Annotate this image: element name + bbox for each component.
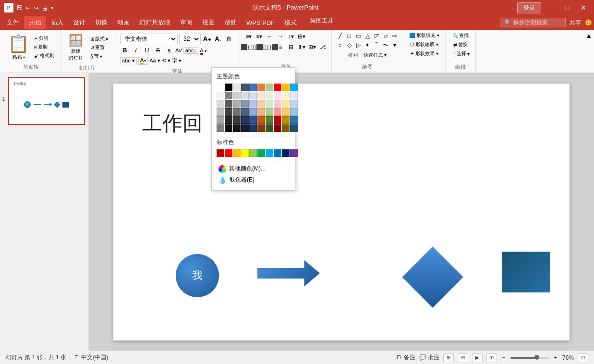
theme-color-cell[interactable] xyxy=(290,92,298,99)
text-direction-button[interactable]: ⬆▾ xyxy=(297,42,306,52)
standard-color-cell[interactable] xyxy=(282,149,290,157)
theme-color-cell[interactable] xyxy=(257,84,265,91)
font-highlight-button[interactable]: abc ▾ xyxy=(120,57,137,64)
theme-color-cell[interactable] xyxy=(249,116,257,124)
slide-canvas[interactable]: 工作回 我 xyxy=(113,84,570,340)
theme-color-cell[interactable] xyxy=(241,124,249,132)
zoom-handle[interactable] xyxy=(534,355,539,360)
theme-color-cell[interactable] xyxy=(225,108,232,116)
standard-color-cell[interactable] xyxy=(225,149,232,157)
theme-color-cell[interactable] xyxy=(225,100,232,108)
reset-button[interactable]: ↺ 重置 xyxy=(88,44,110,51)
new-slide-button[interactable]: 🪟 新建 幻灯片 xyxy=(64,32,87,63)
standard-color-cell[interactable] xyxy=(266,149,273,157)
more-colors-option[interactable]: 其他颜色(M)... xyxy=(217,163,290,174)
arrange-button[interactable]: 排列 xyxy=(346,51,360,59)
font-name-select[interactable]: 华文楷体 xyxy=(120,34,178,44)
menu-transitions[interactable]: 切换 xyxy=(90,16,112,29)
font-size-select[interactable]: 32 xyxy=(179,34,201,44)
menu-view[interactable]: 视图 xyxy=(197,16,219,29)
standard-color-cell[interactable] xyxy=(257,149,265,157)
theme-color-cell[interactable] xyxy=(266,116,273,124)
theme-color-cell[interactable] xyxy=(241,108,249,116)
theme-color-cell[interactable] xyxy=(282,100,290,108)
theme-color-cell[interactable] xyxy=(249,100,257,108)
theme-color-cell[interactable] xyxy=(282,108,290,116)
font-color-btn[interactable]: A ▾ xyxy=(200,48,206,53)
menu-format[interactable]: 格式 xyxy=(279,16,302,29)
menu-review[interactable]: 审阅 xyxy=(175,16,197,29)
shape-arc[interactable]: ⌒ xyxy=(372,41,381,49)
theme-color-cell[interactable] xyxy=(233,100,241,108)
shape-chevron[interactable]: ▷ xyxy=(354,41,363,49)
shape-wave[interactable]: 〜 xyxy=(381,41,390,49)
shape-rtriangle[interactable]: ◸ xyxy=(372,32,381,40)
zoom-in-button[interactable]: ＋ xyxy=(553,353,558,362)
shape-circle[interactable]: 我 xyxy=(176,254,219,297)
shape-arrow2[interactable]: ⇨ xyxy=(390,32,399,40)
theme-color-cell[interactable] xyxy=(233,84,241,91)
numbered-list-button[interactable]: ≡▾ xyxy=(255,32,264,41)
smart-art-button[interactable]: ⎇ xyxy=(318,42,327,52)
eyedropper-option[interactable]: 💧 取色器(E) xyxy=(217,174,290,185)
theme-color-cell[interactable] xyxy=(290,108,298,116)
theme-color-cell[interactable] xyxy=(225,116,232,124)
cut-button[interactable]: ✂ 剪切 xyxy=(32,35,56,42)
theme-color-cell[interactable] xyxy=(233,92,241,99)
font-case-button[interactable]: Aa ▾ xyxy=(149,58,160,64)
theme-color-cell[interactable] xyxy=(266,84,273,91)
theme-color-cell[interactable] xyxy=(241,84,249,91)
zoom-level[interactable]: 76% xyxy=(562,354,574,361)
theme-color-cell[interactable] xyxy=(249,124,257,132)
theme-color-grid[interactable] xyxy=(217,84,290,132)
menu-file[interactable]: 文件 xyxy=(2,16,24,29)
normal-view-button[interactable]: ⊞ xyxy=(443,353,454,362)
theme-color-cell[interactable] xyxy=(241,116,249,124)
slide-thumbnail[interactable]: 工作系点 我 xyxy=(8,77,85,125)
text-align-v-button[interactable]: ⊞▾ xyxy=(307,42,317,52)
theme-color-cell[interactable] xyxy=(274,124,281,132)
shape-outline-button[interactable]: ⬡ 形状轮廓 ▾ xyxy=(408,41,441,49)
shape-parallelogram[interactable]: ▱ xyxy=(381,32,390,40)
align-distribute-button[interactable]: ⊟ xyxy=(286,42,296,52)
theme-color-cell[interactable] xyxy=(266,124,273,132)
shape-rectangle[interactable] xyxy=(502,252,550,292)
font-direction-button[interactable]: ⟲ ▾ xyxy=(162,58,170,64)
standard-color-grid[interactable] xyxy=(217,149,290,157)
standard-color-cell[interactable] xyxy=(290,149,298,157)
shape-round-rect[interactable]: ▭ xyxy=(354,32,363,40)
menu-help[interactable]: 帮助 xyxy=(219,16,242,29)
theme-color-cell[interactable] xyxy=(290,124,298,132)
menu-animations[interactable]: 动画 xyxy=(112,16,134,29)
theme-color-cell[interactable] xyxy=(241,92,249,99)
font-color-group[interactable]: A ▾ xyxy=(138,57,148,65)
shape-triangle[interactable]: △ xyxy=(363,32,372,40)
align-right-button[interactable]: ◻◻⬛ xyxy=(265,42,275,52)
inc-indent-button[interactable]: → xyxy=(276,32,285,41)
theme-color-cell[interactable] xyxy=(274,108,281,116)
shape-line[interactable]: ╱ xyxy=(336,32,344,40)
theme-color-cell[interactable] xyxy=(249,84,257,91)
theme-color-cell[interactable] xyxy=(225,124,232,132)
italic-button[interactable]: I xyxy=(131,46,141,55)
fit-window-button[interactable]: ⊡ xyxy=(578,353,588,362)
shape-star[interactable]: ✦ xyxy=(363,41,372,49)
standard-color-cell[interactable] xyxy=(274,149,281,157)
find-button[interactable]: 🔍 查找 xyxy=(450,32,471,39)
theme-color-cell[interactable] xyxy=(274,116,281,124)
reader-view-button[interactable]: 👁 xyxy=(486,353,497,362)
theme-color-cell[interactable] xyxy=(217,92,224,99)
theme-color-cell[interactable] xyxy=(282,124,290,132)
theme-color-cell[interactable] xyxy=(249,108,257,116)
theme-color-cell[interactable] xyxy=(225,84,232,91)
strikethrough-button[interactable]: S xyxy=(153,46,163,55)
theme-color-cell[interactable] xyxy=(290,116,298,124)
shadow-button[interactable]: s xyxy=(164,46,174,55)
shape-diamond2[interactable]: ◇ xyxy=(345,41,353,49)
theme-color-cell[interactable] xyxy=(217,84,224,91)
font-transform-button[interactable]: 字 ▾ xyxy=(172,57,182,64)
standard-color-cell[interactable] xyxy=(217,149,224,157)
theme-color-cell[interactable] xyxy=(282,92,290,99)
theme-color-cell[interactable] xyxy=(282,116,290,124)
replace-button[interactable]: ⇄ 替换 xyxy=(451,41,470,49)
